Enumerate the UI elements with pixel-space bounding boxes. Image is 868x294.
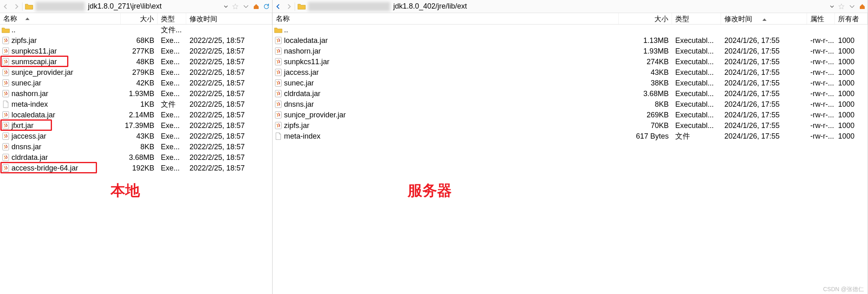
header-modified[interactable]: 修改时间: [186, 13, 272, 24]
pane-label-right: 服务器: [408, 181, 452, 201]
addressbar-left: jdk1.8.0_271\jre\lib\ext: [0, 0, 272, 13]
file-modified: 2024/1/26, 17:55: [721, 100, 807, 109]
table-row[interactable]: dnsns.jar8KBExe...2022/2/25, 18:57: [0, 141, 272, 152]
file-attrs: -rw-r-...: [807, 111, 835, 119]
table-row[interactable]: nashorn.jar1.93MBExecutabl...2024/1/26, …: [273, 46, 868, 56]
file-name: meta-index: [11, 100, 48, 109]
nav-forward[interactable]: [284, 2, 294, 11]
jar-icon: [274, 111, 282, 119]
header-type[interactable]: 类型: [672, 13, 721, 24]
path-input[interactable]: jdk1.8.0_271\jre\lib\ext: [86, 2, 221, 11]
table-row[interactable]: jfxrt.jar17.39MBExe...2022/2/25, 18:57: [0, 120, 272, 131]
file-list-right[interactable]: ..localedata.jar1.13MBExecutabl...2024/1…: [273, 25, 868, 294]
svg-rect-7: [3, 122, 9, 129]
table-row[interactable]: ..: [273, 25, 868, 35]
bookmark-icon[interactable]: [836, 2, 846, 11]
dropdown-icon[interactable]: [847, 2, 857, 11]
home-icon[interactable]: [858, 2, 867, 11]
file-size: 1.93MB: [121, 90, 158, 98]
watermark: CSDN @张德仁: [823, 286, 864, 293]
jar-icon: [2, 143, 10, 151]
svg-rect-20: [275, 122, 282, 129]
file-list-left[interactable]: ..文件...zipfs.jar68KBExe...2022/2/25, 18:…: [0, 25, 272, 294]
svg-rect-11: [3, 165, 9, 172]
table-row[interactable]: localedata.jar1.13MBExecutabl...2024/1/2…: [273, 35, 868, 46]
nav-forward[interactable]: [11, 2, 21, 11]
svg-rect-8: [3, 133, 9, 140]
pane-label-left: 本地: [110, 181, 140, 201]
file-name: cldrdata.jar: [11, 153, 48, 162]
file-name: ..: [11, 26, 16, 34]
home-icon[interactable]: [252, 2, 261, 11]
file-modified: 2024/1/26, 17:55: [721, 132, 807, 141]
file-size: 8KB: [619, 100, 672, 109]
table-row[interactable]: nashorn.jar1.93MBExe...2022/2/25, 18:57: [0, 88, 272, 99]
svg-rect-15: [275, 69, 282, 76]
header-size[interactable]: 大小: [619, 13, 672, 24]
table-row[interactable]: meta-index617 Bytes文件2024/1/26, 17:55-rw…: [273, 131, 868, 141]
header-name[interactable]: 名称: [273, 13, 619, 24]
table-row[interactable]: sunpkcs11.jar277KBExe...2022/2/25, 18:57: [0, 46, 272, 56]
table-row[interactable]: meta-index1KB文件2022/2/25, 18:57: [0, 99, 272, 110]
table-row[interactable]: jaccess.jar43KBExecutabl...2024/1/26, 17…: [273, 67, 868, 78]
table-row[interactable]: dnsns.jar8KBExecutabl...2024/1/26, 17:55…: [273, 99, 868, 110]
file-name: jaccess.jar: [11, 132, 46, 141]
file-attrs: -rw-r-...: [807, 121, 835, 130]
file-size: 279KB: [121, 68, 158, 77]
file-name: zipfs.jar: [11, 36, 37, 45]
file-type: Executabl...: [672, 111, 721, 119]
file-name: nashorn.jar: [284, 47, 321, 56]
table-row[interactable]: zipfs.jar68KBExe...2022/2/25, 18:57: [0, 35, 272, 46]
jar-icon: [274, 79, 282, 87]
table-row[interactable]: sunec.jar42KBExe...2022/2/25, 18:57: [0, 78, 272, 88]
table-row[interactable]: sunjce_provider.jar279KBExe...2022/2/25,…: [0, 67, 272, 78]
table-row[interactable]: sunmscapi.jar48KBExe...2022/2/25, 18:57: [0, 56, 272, 67]
file-size: 70KB: [619, 121, 672, 130]
file-type: Exe...: [158, 68, 186, 77]
table-row[interactable]: zipfs.jar70KBExecutabl...2024/1/26, 17:5…: [273, 120, 868, 131]
nav-back[interactable]: [273, 2, 283, 11]
svg-rect-4: [3, 80, 9, 87]
path-dropdown[interactable]: [828, 2, 836, 11]
jar-icon: [274, 36, 282, 45]
jar-icon: [274, 121, 282, 130]
file-type: Executabl...: [672, 58, 721, 66]
file-name: ..: [284, 26, 288, 34]
nav-back[interactable]: [1, 2, 11, 11]
header-owner[interactable]: 所有者: [835, 13, 868, 24]
file-size: 48KB: [121, 58, 158, 66]
refresh-icon[interactable]: [262, 2, 271, 11]
file-type: Executabl...: [672, 100, 721, 109]
table-row[interactable]: sunpkcs11.jar274KBExecutabl...2024/1/26,…: [273, 56, 868, 67]
file-owner: 1000: [835, 111, 868, 119]
table-row[interactable]: access-bridge-64.jar192KBExe...2022/2/25…: [0, 163, 272, 173]
table-row[interactable]: cldrdata.jar3.68MBExecutabl...2024/1/26,…: [273, 88, 868, 99]
file-size: 68KB: [121, 36, 158, 45]
header-type[interactable]: 类型: [158, 13, 186, 24]
header-size[interactable]: 大小: [121, 13, 158, 24]
jar-icon: [2, 111, 10, 119]
header-modified[interactable]: 修改时间: [721, 13, 807, 24]
jar-icon: [274, 68, 282, 76]
table-row[interactable]: sunjce_provider.jar269KBExecutabl...2024…: [273, 110, 868, 120]
header-attrs[interactable]: 属性: [807, 13, 835, 24]
bookmark-icon[interactable]: [230, 2, 240, 11]
path-input[interactable]: jdk1.8.0_402/jre/lib/ext: [392, 2, 827, 11]
file-attrs: -rw-r-...: [807, 68, 835, 77]
table-row[interactable]: jaccess.jar43KBExe...2022/2/25, 18:57: [0, 131, 272, 141]
file-type: Executabl...: [672, 47, 721, 56]
table-row[interactable]: ..文件...: [0, 25, 272, 35]
jar-icon: [2, 68, 10, 76]
dropdown-icon[interactable]: [241, 2, 251, 11]
jar-icon: [274, 58, 282, 66]
file-attrs: -rw-r-...: [807, 132, 835, 141]
table-row[interactable]: cldrdata.jar3.68MBExe...2022/2/25, 18:57: [0, 152, 272, 163]
table-row[interactable]: sunec.jar38KBExecutabl...2024/1/26, 17:5…: [273, 78, 868, 88]
path-dropdown[interactable]: [222, 2, 230, 11]
file-modified: 2022/2/25, 18:57: [186, 79, 272, 88]
table-row[interactable]: localedata.jar2.14MBExe...2022/2/25, 18:…: [0, 110, 272, 120]
header-name[interactable]: 名称: [0, 13, 121, 24]
file-modified: 2024/1/26, 17:55: [721, 68, 807, 77]
jar-icon: [274, 90, 282, 98]
svg-rect-18: [275, 101, 282, 108]
